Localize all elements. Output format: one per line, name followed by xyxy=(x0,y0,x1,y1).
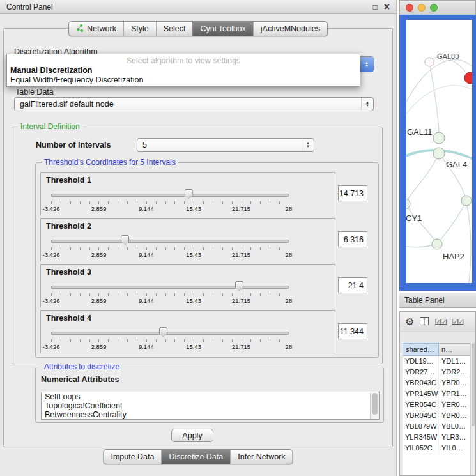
tick-label: 28 xyxy=(286,297,293,304)
network-node[interactable] xyxy=(461,196,472,206)
attribute-list-item[interactable]: SelfLoops xyxy=(42,392,379,401)
table-scrollbar[interactable] xyxy=(470,343,475,475)
table-cell: YBL0… xyxy=(439,421,472,432)
table-cell: YBL079W xyxy=(403,421,439,432)
slider-track[interactable] xyxy=(51,286,289,289)
threshold-value-field[interactable]: 14.713 xyxy=(338,185,367,201)
combo-stepper-icon[interactable]: ▲▼ xyxy=(360,57,374,72)
list-scrollbar[interactable] xyxy=(370,392,379,419)
threshold-slider[interactable] xyxy=(51,235,289,245)
minimize-icon[interactable]: □ xyxy=(372,3,377,12)
network-edge[interactable] xyxy=(406,153,439,204)
table-row[interactable]: YBR043CYBR0… xyxy=(403,378,472,388)
network-node[interactable] xyxy=(406,199,410,209)
network-edge[interactable] xyxy=(466,201,471,283)
threshold-label: Threshold 1 xyxy=(46,176,91,185)
number-of-intervals-combobox[interactable]: 5 ▲▼ xyxy=(137,138,314,152)
tab-style[interactable]: Style xyxy=(123,22,156,36)
threshold-slider[interactable] xyxy=(51,281,289,291)
tab-infer-network[interactable]: Infer Network xyxy=(230,450,292,464)
threshold-value-field[interactable]: 21.4 xyxy=(338,277,367,293)
select-columns-icon[interactable]: ☑☑ xyxy=(434,318,446,326)
threshold-slider[interactable] xyxy=(51,327,289,337)
tab-impute-data[interactable]: Impute Data xyxy=(104,450,161,464)
attribute-list-item[interactable]: BetweennessCentrality xyxy=(42,410,379,419)
table-row[interactable]: YDR27…YDR2… xyxy=(403,367,472,378)
network-node[interactable] xyxy=(425,58,434,66)
table-cell: YIL052C xyxy=(403,443,439,454)
gear-icon[interactable]: ⚙ xyxy=(405,317,414,327)
slider-ticks xyxy=(51,201,289,204)
slider-handle[interactable] xyxy=(159,327,167,337)
tick-label: 21.715 xyxy=(232,343,250,350)
table-cell: YDR2… xyxy=(439,367,472,378)
network-node[interactable] xyxy=(432,239,442,249)
table-row[interactable]: YER054CYER0… xyxy=(403,399,472,410)
slider-track[interactable] xyxy=(51,194,289,197)
tab-network[interactable]: Network xyxy=(69,22,123,36)
network-graph[interactable]: GAL80GAL11GAL4GCY1HAP2 xyxy=(406,20,472,283)
table-cell: YDL1… xyxy=(439,356,472,367)
slider-handle[interactable] xyxy=(121,235,129,245)
columns-icon[interactable] xyxy=(420,316,429,328)
network-edge[interactable] xyxy=(406,60,472,109)
select-rows-icon[interactable]: ☑☑ xyxy=(452,318,463,326)
scrollbar-thumb[interactable] xyxy=(372,393,378,415)
threshold-value-field[interactable]: 11.344 xyxy=(338,323,367,339)
combo-stepper-icon[interactable]: ▲▼ xyxy=(302,139,314,151)
tab-select[interactable]: Select xyxy=(156,22,193,36)
dropdown-option[interactable]: Manual Discretization xyxy=(7,66,360,75)
table-row[interactable]: YLR345WYLR3… xyxy=(403,432,472,443)
network-window-titlebar[interactable] xyxy=(399,0,476,15)
table-cell: YLR3… xyxy=(439,432,472,443)
network-edge[interactable] xyxy=(437,201,466,244)
control-panel-titlebar[interactable]: Control Panel □ × xyxy=(0,0,396,14)
slider-handle[interactable] xyxy=(185,189,193,199)
close-traffic-light-icon[interactable] xyxy=(406,4,413,12)
number-of-intervals-value: 5 xyxy=(137,141,302,150)
dropdown-placeholder-option[interactable]: Select algorithm to view settings xyxy=(7,56,360,66)
apply-button[interactable]: Apply xyxy=(171,429,213,442)
network-node[interactable] xyxy=(433,132,445,144)
table-row[interactable]: YBL079WYBL0… xyxy=(403,421,472,432)
node-label: GCY1 xyxy=(406,213,422,223)
thresholds-group: Threshold's Coordinates for 5 Intervals … xyxy=(35,162,379,358)
network-node[interactable] xyxy=(464,72,472,84)
tab-label: Style xyxy=(131,24,149,33)
zoom-traffic-light-icon[interactable] xyxy=(430,4,438,12)
network-edge[interactable] xyxy=(429,62,439,132)
network-canvas[interactable]: GAL80GAL11GAL4GCY1HAP2 xyxy=(406,20,472,283)
table-panel-window: ⚙ ☑☑ ☑☑ shared…n… YDL19…YDL1…YDR27…YDR2…… xyxy=(399,311,476,476)
slider-track[interactable] xyxy=(51,240,289,243)
attributes-listbox[interactable]: SelfLoopsTopologicalCoefficientBetweenne… xyxy=(41,392,380,420)
table-row[interactable]: YBR045CYBR0… xyxy=(403,410,472,421)
close-icon[interactable]: × xyxy=(384,4,390,10)
tab-cyni-toolbox[interactable]: Cyni Toolbox xyxy=(192,22,252,36)
scrollbar-thumb[interactable] xyxy=(472,343,475,426)
table-row[interactable]: YIL052CYIL0… xyxy=(403,443,472,454)
table-panel-header[interactable]: Table Panel xyxy=(399,293,476,308)
threshold-slider[interactable] xyxy=(51,189,289,199)
table-header-row: shared…n… xyxy=(403,343,472,356)
attribute-list-item[interactable]: TopologicalCoefficient xyxy=(42,401,379,410)
tick-label: 2.859 xyxy=(91,343,107,350)
table-cell: YDR27… xyxy=(403,367,439,378)
threshold-value-field[interactable]: 6.316 xyxy=(338,231,367,247)
node-label: HAP2 xyxy=(443,252,464,261)
dropdown-option[interactable]: Equal Width/Frequency Discretization xyxy=(7,75,360,85)
combo-stepper-icon[interactable]: ▲▼ xyxy=(361,98,373,111)
interval-definition-title: Interval Definition xyxy=(18,122,82,131)
tab-label: Cyni Toolbox xyxy=(200,24,245,33)
network-edge[interactable] xyxy=(406,204,437,244)
table-row[interactable]: YDL19…YDL1… xyxy=(403,356,472,367)
minimize-traffic-light-icon[interactable] xyxy=(418,4,426,12)
slider-handle[interactable] xyxy=(235,281,243,291)
tab-jactivemnodules[interactable]: jActiveMNodules xyxy=(253,22,327,36)
table-data-combobox[interactable]: galFiltered.sif default node ▲▼ xyxy=(14,97,374,111)
slider-track[interactable] xyxy=(51,332,289,335)
column-header[interactable]: n… xyxy=(439,343,472,356)
column-header[interactable]: shared… xyxy=(403,343,439,356)
table-row[interactable]: YPR145WYPR1… xyxy=(403,388,472,399)
tab-discretize-data[interactable]: Discretize Data xyxy=(162,450,231,464)
network-node[interactable] xyxy=(433,148,445,159)
